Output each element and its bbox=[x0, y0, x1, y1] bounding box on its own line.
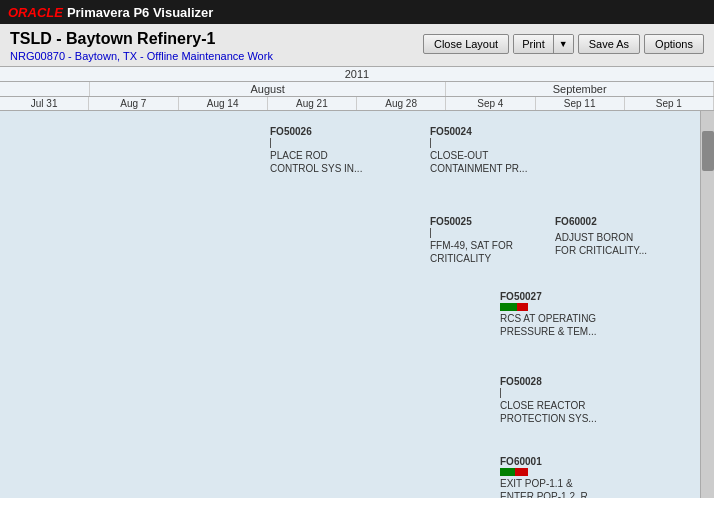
task-bar bbox=[500, 468, 528, 476]
project-title: TSLD - Baytown Refinery-1 bbox=[10, 30, 273, 48]
task-id: FO60002 bbox=[555, 216, 647, 227]
titlebar: ORACLE Primavera P6 Visualizer bbox=[0, 0, 714, 24]
task-fo60002[interactable]: FO60002 ADJUST BORONFOR CRITICALITY... bbox=[555, 216, 647, 257]
save-as-button[interactable]: Save As bbox=[578, 34, 640, 54]
week-sep1: Sep 1 bbox=[625, 97, 714, 110]
task-id: FO50024 bbox=[430, 126, 527, 137]
week-sep4: Sep 4 bbox=[446, 97, 535, 110]
scrollbar-thumb[interactable] bbox=[702, 131, 714, 171]
timeline-header: 2011 August September Jul 31 Aug 7 Aug 1… bbox=[0, 67, 714, 111]
options-button[interactable]: Options bbox=[644, 34, 704, 54]
task-fo60001[interactable]: FO60001 EXIT POP-1.1 &ENTER POP-1.2, R..… bbox=[500, 456, 596, 498]
oracle-logo: ORACLE bbox=[8, 5, 63, 20]
week-jul31: Jul 31 bbox=[0, 97, 89, 110]
task-line bbox=[500, 388, 501, 398]
task-id: FO50026 bbox=[270, 126, 362, 137]
week-row: Jul 31 Aug 7 Aug 14 Aug 21 Aug 28 Sep 4 … bbox=[0, 97, 714, 110]
month-cell-jul bbox=[0, 82, 90, 96]
week-aug14: Aug 14 bbox=[179, 97, 268, 110]
year-row: 2011 bbox=[0, 67, 714, 82]
print-dropdown-button[interactable]: ▼ bbox=[554, 35, 573, 53]
task-desc: CLOSE-OUTCONTAINMENT PR... bbox=[430, 149, 527, 175]
task-id: FO50027 bbox=[500, 291, 597, 302]
month-row: August September bbox=[0, 82, 714, 97]
week-aug7: Aug 7 bbox=[89, 97, 178, 110]
header-left: TSLD - Baytown Refinery-1 NRG00870 - Bay… bbox=[10, 30, 273, 62]
month-cell-aug: August bbox=[90, 82, 447, 96]
main-area: 2011 August September Jul 31 Aug 7 Aug 1… bbox=[0, 67, 714, 498]
task-fo50026[interactable]: FO50026 PLACE RODCONTROL SYS IN... bbox=[270, 126, 362, 175]
week-aug28: Aug 28 bbox=[357, 97, 446, 110]
task-line bbox=[430, 228, 431, 238]
task-desc: RCS AT OPERATINGPRESSURE & TEM... bbox=[500, 312, 597, 338]
task-desc: PLACE RODCONTROL SYS IN... bbox=[270, 149, 362, 175]
task-fo50025[interactable]: FO50025 FFM-49, SAT FORCRITICALITY bbox=[430, 216, 513, 265]
header: TSLD - Baytown Refinery-1 NRG00870 - Bay… bbox=[0, 24, 714, 67]
task-desc: ADJUST BORONFOR CRITICALITY... bbox=[555, 231, 647, 257]
year-cell: 2011 bbox=[0, 68, 714, 80]
task-desc: EXIT POP-1.1 &ENTER POP-1.2, R... bbox=[500, 477, 596, 498]
task-desc: CLOSE REACTORPROTECTION SYS... bbox=[500, 399, 597, 425]
week-aug21: Aug 21 bbox=[268, 97, 357, 110]
task-line bbox=[430, 138, 431, 148]
chart-area[interactable]: FO50026 PLACE RODCONTROL SYS IN... FO500… bbox=[0, 111, 714, 498]
task-id: FO60001 bbox=[500, 456, 596, 467]
task-bar bbox=[500, 303, 528, 311]
week-sep11: Sep 11 bbox=[536, 97, 625, 110]
scrollbar-vertical[interactable] bbox=[700, 111, 714, 498]
app-title: Primavera P6 Visualizer bbox=[67, 5, 213, 20]
print-group: Print ▼ bbox=[513, 34, 574, 54]
task-fo50027[interactable]: FO50027 RCS AT OPERATINGPRESSURE & TEM..… bbox=[500, 291, 597, 338]
month-cell-sep: September bbox=[446, 82, 714, 96]
project-subtitle: NRG00870 - Baytown, TX - Offline Mainten… bbox=[10, 50, 273, 62]
task-desc: FFM-49, SAT FORCRITICALITY bbox=[430, 239, 513, 265]
task-id: FO50028 bbox=[500, 376, 597, 387]
task-line bbox=[270, 138, 271, 148]
task-fo50024[interactable]: FO50024 CLOSE-OUTCONTAINMENT PR... bbox=[430, 126, 527, 175]
task-fo50028[interactable]: FO50028 CLOSE REACTORPROTECTION SYS... bbox=[500, 376, 597, 425]
close-layout-button[interactable]: Close Layout bbox=[423, 34, 509, 54]
task-id: FO50025 bbox=[430, 216, 513, 227]
print-button[interactable]: Print bbox=[514, 35, 554, 53]
header-buttons: Close Layout Print ▼ Save As Options bbox=[423, 34, 704, 54]
